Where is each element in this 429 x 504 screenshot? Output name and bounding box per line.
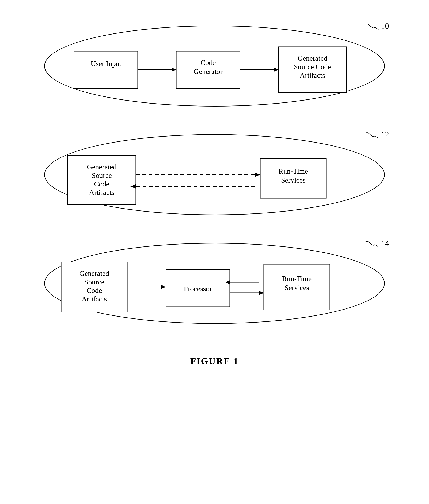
svg-text:Artifacts: Artifacts <box>89 189 114 196</box>
diagram-2: 12 Generated Source Code Artifacts Run-T… <box>34 130 395 222</box>
diagram-3: 14 Generated Source Code Artifacts Proce… <box>34 239 395 330</box>
svg-text:Generated: Generated <box>87 163 117 171</box>
svg-text:Artifacts: Artifacts <box>300 71 325 79</box>
svg-text:Source: Source <box>84 278 104 286</box>
svg-text:Generated: Generated <box>298 54 327 62</box>
diagram1-svg: User Input Code Generator Generated Sour… <box>34 21 395 113</box>
svg-text:Run-Time: Run-Time <box>279 167 308 175</box>
svg-text:Source: Source <box>92 171 112 179</box>
diagram-1: 10 User Input Code Generator Generated <box>34 21 395 113</box>
svg-text:Services: Services <box>281 176 305 184</box>
svg-text:Services: Services <box>285 284 309 292</box>
diagram2-svg: Generated Source Code Artifacts Run-Time… <box>34 130 395 222</box>
svg-marker-19 <box>255 172 260 177</box>
svg-text:Run-Time: Run-Time <box>282 275 312 283</box>
svg-marker-3 <box>172 68 176 72</box>
svg-text:Artifacts: Artifacts <box>82 295 107 303</box>
svg-text:Source Code: Source Code <box>294 63 331 71</box>
page-container: 10 User Input Code Generator Generated <box>0 0 429 504</box>
figure-caption: FIGURE 1 <box>190 356 239 367</box>
svg-text:Generator: Generator <box>194 68 223 75</box>
svg-marker-31 <box>161 285 166 289</box>
svg-text:Code: Code <box>201 59 216 66</box>
svg-text:Code: Code <box>87 287 102 294</box>
svg-text:User Input: User Input <box>91 60 122 68</box>
svg-rect-0 <box>74 51 138 88</box>
diagram3-svg: Generated Source Code Artifacts Processo… <box>34 239 395 330</box>
svg-text:Processor: Processor <box>184 285 212 293</box>
svg-text:Generated: Generated <box>79 270 109 277</box>
svg-marker-8 <box>274 68 278 72</box>
svg-text:Code: Code <box>94 180 109 188</box>
svg-marker-37 <box>259 291 264 295</box>
